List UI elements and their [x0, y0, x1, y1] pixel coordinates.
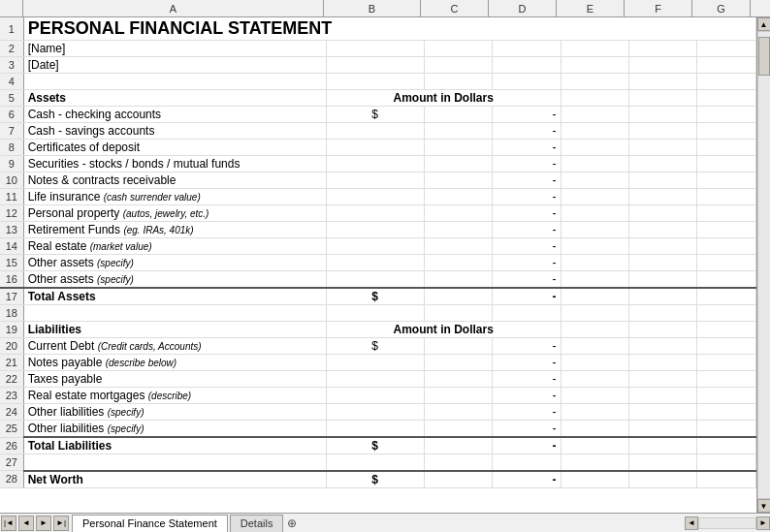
cell-d13[interactable]: - — [493, 222, 561, 238]
cell-c13[interactable] — [424, 222, 492, 238]
cell-e18[interactable] — [561, 305, 628, 322]
cell-f4[interactable] — [629, 74, 697, 90]
cell-g15[interactable] — [697, 255, 756, 271]
cell-a27[interactable] — [23, 454, 326, 471]
cell-b10[interactable] — [326, 172, 424, 189]
cell-g14[interactable] — [697, 238, 756, 255]
cell-f3[interactable] — [629, 57, 697, 74]
cell-g11[interactable] — [697, 189, 756, 205]
cell-c26[interactable] — [424, 437, 492, 454]
cell-c20[interactable] — [424, 338, 492, 355]
cell-c22[interactable] — [424, 371, 492, 388]
cell-e10[interactable] — [561, 172, 628, 189]
cell-d8[interactable]: - — [493, 140, 561, 156]
cell-f12[interactable] — [629, 205, 697, 222]
cell-e20[interactable] — [561, 338, 628, 355]
cell-c2[interactable] — [424, 41, 492, 57]
cell-e11[interactable] — [561, 189, 628, 205]
cell-f7[interactable] — [629, 123, 697, 140]
cell-g2[interactable] — [697, 41, 756, 57]
cell-g8[interactable] — [697, 140, 756, 156]
cell-e12[interactable] — [561, 205, 628, 222]
cell-d24[interactable]: - — [493, 404, 561, 421]
tab-personal-finance-statement[interactable]: Personal Finance Statement — [72, 515, 228, 532]
cell-b2[interactable] — [326, 41, 424, 57]
cell-c24[interactable] — [424, 404, 492, 421]
cell-d23[interactable]: - — [493, 388, 561, 404]
cell-c11[interactable] — [424, 189, 492, 205]
cell-e4[interactable] — [561, 74, 628, 90]
cell-d16[interactable]: - — [493, 271, 561, 289]
cell-f9[interactable] — [629, 156, 697, 172]
cell-g5[interactable] — [697, 90, 756, 107]
cell-c21[interactable] — [424, 355, 492, 371]
cell-g9[interactable] — [697, 156, 756, 172]
scroll-track[interactable] — [757, 31, 771, 499]
cell-f5[interactable] — [629, 90, 697, 107]
cell-e19[interactable] — [561, 322, 628, 338]
cell-b8[interactable] — [326, 140, 424, 156]
cell-e6[interactable] — [561, 107, 628, 123]
cell-f28[interactable] — [629, 471, 697, 488]
cell-e3[interactable] — [561, 57, 628, 74]
cell-e17[interactable] — [561, 288, 628, 305]
cell-b13[interactable] — [326, 222, 424, 238]
cell-e25[interactable] — [561, 421, 628, 438]
cell-d20[interactable]: - — [493, 338, 561, 355]
cell-b27[interactable] — [326, 454, 424, 471]
cell-e27[interactable] — [561, 454, 628, 471]
cell-a4[interactable] — [23, 74, 326, 90]
cell-d22[interactable]: - — [493, 371, 561, 388]
cell-d9[interactable]: - — [493, 156, 561, 172]
cell-d25[interactable]: - — [493, 421, 561, 438]
cell-e2[interactable] — [561, 41, 628, 57]
cell-b23[interactable] — [326, 388, 424, 404]
cell-b9[interactable] — [326, 156, 424, 172]
cell-b11[interactable] — [326, 189, 424, 205]
cell-b20[interactable]: $ — [326, 338, 424, 355]
cell-g12[interactable] — [697, 205, 756, 222]
cell-e15[interactable] — [561, 255, 628, 271]
cell-f22[interactable] — [629, 371, 697, 388]
cell-d26[interactable]: - — [493, 437, 561, 454]
cell-b26[interactable]: $ — [326, 437, 424, 454]
cell-d21[interactable]: - — [493, 355, 561, 371]
cell-d3[interactable] — [493, 57, 561, 74]
cell-f21[interactable] — [629, 355, 697, 371]
cell-e13[interactable] — [561, 222, 628, 238]
cell-b18[interactable] — [326, 305, 424, 322]
cell-e24[interactable] — [561, 404, 628, 421]
cell-g4[interactable] — [697, 74, 756, 90]
cell-g24[interactable] — [697, 404, 756, 421]
cell-f23[interactable] — [629, 388, 697, 404]
cell-f24[interactable] — [629, 404, 697, 421]
cell-f18[interactable] — [629, 305, 697, 322]
cell-f6[interactable] — [629, 107, 697, 123]
cell-c4[interactable] — [424, 74, 492, 90]
cell-d18[interactable] — [493, 305, 561, 322]
cell-b22[interactable] — [326, 371, 424, 388]
cell-g27[interactable] — [697, 454, 756, 471]
cell-b3[interactable] — [326, 57, 424, 74]
cell-e28[interactable] — [561, 471, 628, 488]
cell-e26[interactable] — [561, 437, 628, 454]
cell-e23[interactable] — [561, 388, 628, 404]
cell-b4[interactable] — [326, 74, 424, 90]
cell-g18[interactable] — [697, 305, 756, 322]
cell-e8[interactable] — [561, 140, 628, 156]
cell-g20[interactable] — [697, 338, 756, 355]
cell-b7[interactable] — [326, 123, 424, 140]
tab-nav-first[interactable]: |◄ — [1, 516, 16, 531]
cell-g19[interactable] — [697, 322, 756, 338]
hscroll-track[interactable] — [698, 517, 756, 529]
cell-c3[interactable] — [424, 57, 492, 74]
cell-d28[interactable]: - — [493, 471, 561, 488]
tab-extra-icon[interactable]: ⊕ — [287, 516, 297, 530]
cell-b25[interactable] — [326, 421, 424, 438]
hscroll-right-button[interactable]: ► — [756, 516, 770, 530]
cell-g26[interactable] — [697, 437, 756, 454]
cell-e7[interactable] — [561, 123, 628, 140]
cell-g22[interactable] — [697, 371, 756, 388]
cell-c15[interactable] — [424, 255, 492, 271]
cell-c27[interactable] — [424, 454, 492, 471]
